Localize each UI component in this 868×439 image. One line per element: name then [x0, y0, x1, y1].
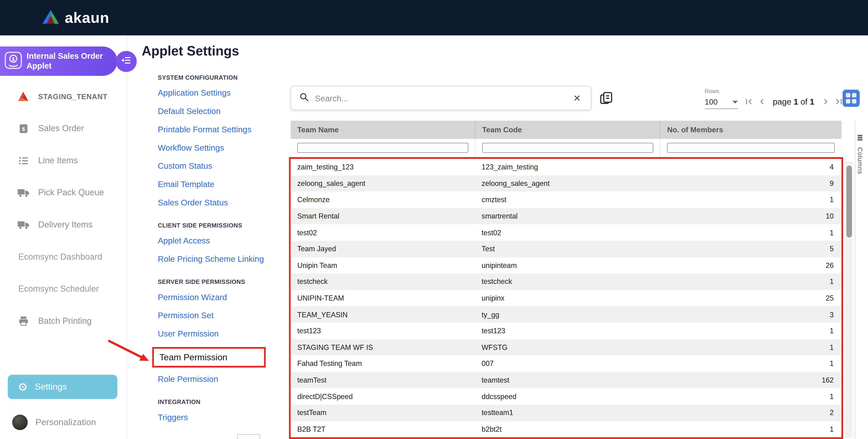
settings-nav-link-permission-wizard[interactable]: Permission Wizard: [158, 292, 278, 302]
team-name-cell: testTeam: [291, 409, 475, 417]
team-code-cell: ty_gg: [475, 310, 660, 318]
sidebar-item-sales-order[interactable]: $Sales Order: [0, 116, 127, 141]
table-row[interactable]: directD|CSSpeedddcsspeed1: [291, 388, 842, 405]
first-page-button[interactable]: [742, 95, 755, 108]
settings-nav-link-role-pricing-scheme-linking[interactable]: Role Pricing Scheme Linking: [158, 254, 278, 264]
settings-nav-link-triggers[interactable]: Triggers: [158, 412, 278, 422]
settings-nav-link-default-selection[interactable]: Default Selection: [158, 106, 278, 116]
grid-view-button[interactable]: [843, 90, 860, 107]
sidebar-item-staging-tenant[interactable]: STAGING_TENANT: [0, 84, 127, 108]
settings-nav-link-application-settings[interactable]: Application Settings: [158, 88, 278, 98]
column-header-members[interactable]: No. of Members: [660, 121, 842, 139]
table-row[interactable]: Unipin Teamunipinteam26: [291, 257, 842, 274]
vertical-scrollbar[interactable]: [845, 161, 853, 438]
scrollbar-thumb[interactable]: [846, 165, 852, 238]
table-row[interactable]: TEAM_YEASINty_gg3: [291, 306, 842, 323]
clear-search-icon[interactable]: ✕: [571, 92, 583, 104]
applet-title: Internal Sales Order Applet: [27, 52, 113, 71]
team-name-cell: Unipin Team: [291, 261, 475, 269]
table-row[interactable]: test02test021: [291, 224, 842, 241]
team-code-cell: test123: [475, 327, 660, 335]
members-cell: 10: [660, 212, 842, 220]
sidebar-item-ecomsync-dashboard[interactable]: Ecomsync Dashboard: [0, 245, 127, 269]
table-row[interactable]: Team JayedTest5: [291, 241, 842, 257]
sidebar-collapse-button[interactable]: [116, 51, 137, 72]
column-header-team-code[interactable]: Team Code: [475, 121, 660, 139]
settings-nav-link-printable-format-settings[interactable]: Printable Format Settings: [158, 125, 278, 134]
columns-panel-tab[interactable]: Columns: [857, 133, 864, 175]
settings-nav-link-permission-set[interactable]: Permission Set: [158, 310, 278, 320]
team-code-cell: ddcsspeed: [475, 392, 660, 401]
settings-nav-link-email-template[interactable]: Email Template: [158, 179, 278, 189]
personalization-label: Personalization: [35, 417, 96, 427]
settings-nav-link-user-permission[interactable]: User Permission: [158, 329, 278, 339]
nav-section-heading-integration: INTEGRATION: [158, 399, 278, 405]
table-filter-row: [291, 139, 842, 157]
table-row[interactable]: teamTestteamtest162: [291, 372, 842, 388]
rows-per-page-select[interactable]: Rows 100: [705, 87, 738, 109]
filter-members-input[interactable]: [667, 143, 835, 153]
table-header: Team Name Team Code No. of Members: [291, 121, 842, 139]
page-current: 1: [794, 97, 798, 106]
team-name-cell: B2B T2T: [291, 425, 475, 433]
sidebar-item-label: Pick Pack Queue: [38, 188, 104, 197]
settings-nav-link-team-permission[interactable]: Team Permission: [152, 347, 266, 368]
svg-text:$: $: [22, 126, 25, 132]
filter-team-code-input[interactable]: [482, 143, 653, 153]
table-row[interactable]: testTeamtestteam12: [291, 405, 842, 421]
duplicate-pages-icon[interactable]: [599, 91, 613, 107]
pagination: page 1 of 1: [742, 95, 845, 108]
settings-nav-link-role-permission[interactable]: Role Permission: [158, 374, 278, 384]
tenant-logo-icon: [17, 89, 30, 103]
sidebar-item-personalization[interactable]: Personalization: [12, 414, 96, 430]
sidebar-item-ecomsync-scheduler[interactable]: Ecomsync Scheduler: [0, 277, 127, 301]
sidebar-item-settings[interactable]: ⚙ Settings: [8, 375, 117, 399]
sidebar-item-line-items[interactable]: Line Items: [0, 148, 127, 173]
team-code-cell: b2bt2t: [475, 425, 660, 433]
members-cell: 26: [660, 261, 842, 269]
table-row[interactable]: Smart Rentalsmartrental10: [291, 208, 842, 224]
printer-icon: [17, 315, 30, 327]
page-total: 1: [810, 97, 814, 106]
sidebar-item-pick-pack-queue[interactable]: Pick Pack Queue: [0, 181, 127, 205]
members-cell: 1: [660, 327, 842, 335]
previous-page-button[interactable]: [755, 95, 769, 108]
settings-nav-link-custom-status[interactable]: Custom Status: [158, 161, 278, 171]
settings-nav-link-applet-access[interactable]: Applet Access: [158, 236, 278, 246]
sidebar-item-label: Batch Printing: [38, 316, 92, 326]
table-row[interactable]: STAGING TEAM WF ISWFSTG1: [291, 339, 842, 355]
rows-label: Rows: [705, 87, 738, 94]
members-cell: 1: [660, 343, 842, 351]
akaun-triangle-icon: [41, 9, 60, 27]
table-row[interactable]: Celmonzecmztest1: [291, 191, 842, 208]
table-row[interactable]: Fahad Testing Team0071: [291, 355, 842, 372]
next-page-button[interactable]: [819, 95, 832, 108]
search-input[interactable]: [315, 93, 565, 103]
table-row[interactable]: test123test1231: [291, 323, 842, 339]
members-cell: 1: [660, 392, 842, 401]
team-code-cell: unipinx: [475, 294, 660, 302]
column-header-team-name[interactable]: Team Name: [291, 121, 475, 139]
settings-nav-link-sales-order-status[interactable]: Sales Order Status: [158, 198, 278, 208]
logo-text: akaun: [65, 9, 110, 26]
sidebar-item-delivery-items[interactable]: Delivery Items: [0, 213, 127, 237]
team-name-cell: TEAM_YEASIN: [291, 310, 475, 318]
team-code-cell: Test: [475, 245, 660, 253]
members-cell: 1: [660, 359, 842, 368]
settings-nav-link-workflow-settings[interactable]: Workflow Settings: [158, 143, 278, 153]
team-name-cell: teamTest: [291, 376, 475, 384]
table-body-highlighted: zaim_testing_123123_zaim_testing4zeloong…: [289, 157, 843, 439]
content-area: ✕ Rows 100: [291, 86, 868, 439]
truck-icon: [17, 218, 30, 231]
tenant-label: STAGING_TENANT: [38, 92, 107, 100]
akaun-logo[interactable]: akaun: [41, 9, 110, 27]
filter-team-name-input[interactable]: [297, 143, 468, 153]
table-row[interactable]: B2B T2Tb2bt2t1: [291, 421, 842, 437]
table-row[interactable]: zeloong_sales_agentzeloong_sales_agent9: [291, 175, 842, 192]
table-row[interactable]: UNIPIN-TEAMunipinx25: [291, 290, 842, 307]
table-row[interactable]: testchecktestcheck1: [291, 274, 842, 290]
table-row[interactable]: zaim_testing_123123_zaim_testing4: [291, 159, 842, 175]
sidebar-item-batch-printing[interactable]: Batch Printing: [0, 309, 127, 333]
columns-icon: [857, 133, 864, 143]
sales-order-icon: $: [17, 123, 30, 134]
